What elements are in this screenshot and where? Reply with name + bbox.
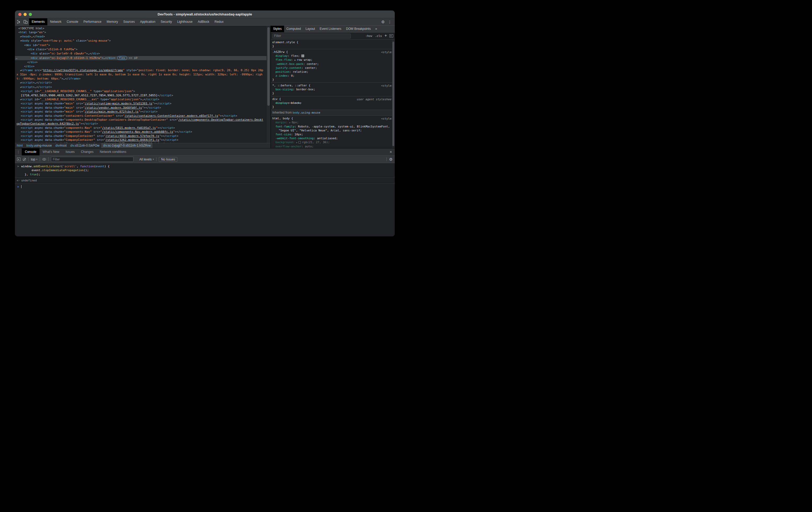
close-drawer-button[interactable]: × bbox=[387, 149, 395, 156]
style-rule[interactable]: .hSZRrw {<style>display: flex;flex-flow:… bbox=[271, 49, 395, 83]
styles-tab-computed[interactable]: Computed bbox=[284, 26, 303, 32]
dom-tree-row[interactable]: <script async data-chunk="CompanyContain… bbox=[15, 134, 270, 138]
live-expression-eye-icon[interactable] bbox=[42, 158, 46, 160]
flex-editor-badge-icon[interactable] bbox=[301, 54, 304, 57]
dom-tree-row[interactable]: ▶<script>…</script> bbox=[15, 85, 270, 89]
drawer-tab-what-s-new[interactable]: What's New bbox=[39, 149, 62, 156]
tab-lighthouse[interactable]: Lighthouse bbox=[174, 18, 195, 25]
resource-link[interactable]: /static/4833.modern.57dfee70.js bbox=[106, 134, 159, 138]
resource-link[interactable]: /static/367.modern.0f390f99.js bbox=[106, 142, 158, 143]
styles-filter-input[interactable] bbox=[272, 33, 351, 38]
drawer-tab-console[interactable]: Console bbox=[22, 149, 39, 156]
dom-tree-row[interactable]: ▶<script>…</script> bbox=[15, 81, 270, 85]
breadcrumb-item[interactable]: body.using-mouse bbox=[25, 143, 54, 148]
expand-arrow-icon[interactable]: ▼ bbox=[25, 48, 27, 52]
styles-tab-event-listeners[interactable]: Event Listeners bbox=[317, 26, 344, 32]
dom-tree-row[interactable]: <script async data-chunk="main" src="/st… bbox=[15, 110, 270, 114]
log-levels-dropdown[interactable]: All levels▾ bbox=[139, 158, 154, 161]
inherited-node-link[interactable]: body bbox=[292, 111, 299, 114]
expand-arrow-icon[interactable]: ▶ bbox=[28, 56, 31, 60]
style-rule[interactable]: html, body {<style>margin: ▶0px;font-fam… bbox=[271, 116, 395, 148]
style-property[interactable]: box-sizing: border-box; bbox=[272, 87, 390, 91]
dom-tree-row[interactable]: ▼<div id="root"> bbox=[15, 43, 270, 47]
style-property[interactable]: display: block; bbox=[272, 101, 390, 105]
tab-overflow-icon[interactable]: » bbox=[373, 26, 379, 32]
tab-redux[interactable]: Redux bbox=[212, 18, 226, 25]
resource-link[interactable]: /static/containers-ContentContainer.mode… bbox=[124, 114, 218, 117]
drawer-tab-network-conditions[interactable]: Network conditions bbox=[96, 149, 129, 156]
breadcrumb-item[interactable]: div.sc-1vjugl7-0.s511nh-1.hSZRrw bbox=[101, 143, 152, 148]
expand-arrow-icon[interactable]: ▼ bbox=[18, 39, 21, 43]
class-toggle[interactable]: .cls bbox=[375, 34, 382, 38]
new-style-rule-button[interactable]: + bbox=[384, 33, 387, 38]
tab-adblock[interactable]: AdBlock bbox=[195, 18, 212, 25]
dom-tree-row[interactable]: <script id="__LOADABLE_REQUIRED_CHUNKS__… bbox=[15, 89, 270, 93]
style-rule[interactable]: div {user agent stylesheetdisplay: block… bbox=[271, 96, 395, 110]
styles-tab-styles[interactable]: Styles bbox=[271, 26, 284, 32]
resource-link[interactable]: /static/5815.modern.fb8195a7.js bbox=[102, 126, 156, 130]
resource-link[interactable]: /static/vendor.modern.3b68fb0f.js bbox=[85, 106, 142, 109]
rule-origin[interactable]: <style> bbox=[381, 117, 393, 121]
style-property[interactable]: background: ▶rgb(21, 27, 36); bbox=[272, 140, 390, 144]
dom-tree-row[interactable]: <script async data-chunk="CompanyContain… bbox=[15, 142, 270, 143]
dom-tree-row[interactable]: <html lang="en"> bbox=[15, 30, 270, 34]
style-property[interactable]: -webkit-box-pack: center; bbox=[272, 62, 390, 66]
style-property[interactable]: font-family: Roboto, -apple-system, syst… bbox=[272, 125, 390, 132]
tab-memory[interactable]: Memory bbox=[104, 18, 121, 25]
tab-network[interactable]: Network bbox=[47, 18, 64, 25]
style-property[interactable]: flex-flow: ▶row wrap; bbox=[272, 58, 390, 62]
expand-value-arrow-icon[interactable]: ▶ bbox=[295, 58, 297, 62]
console-prompt[interactable]: > bbox=[15, 184, 395, 189]
zoom-button[interactable] bbox=[29, 13, 32, 16]
breadcrumb-item[interactable]: div.s511nh-0.fzkPOw bbox=[68, 143, 102, 148]
pseudo-state-toggle[interactable]: :hov bbox=[366, 34, 373, 38]
expand-arrow-icon[interactable]: ▶ bbox=[18, 81, 21, 85]
resource-link[interactable]: /static/3262.modern.8444c3f1.js bbox=[106, 138, 159, 142]
inspect-element-icon[interactable] bbox=[17, 20, 21, 24]
rule-origin[interactable]: <style> bbox=[381, 84, 393, 88]
expand-arrow-icon[interactable]: ▶ bbox=[18, 98, 21, 102]
more-options-kebab-icon[interactable]: ⋮ bbox=[388, 20, 392, 24]
expand-arrow-icon[interactable]: ▶ bbox=[18, 85, 21, 89]
clear-console-icon[interactable] bbox=[23, 158, 26, 161]
expand-arrow-icon[interactable]: ▶ bbox=[18, 69, 21, 73]
dom-tree-row[interactable]: <script async data-chunk="CompanyContain… bbox=[15, 138, 270, 142]
expand-arrow-icon[interactable]: ▶ bbox=[18, 35, 21, 39]
style-property[interactable]: z-index: 0; bbox=[272, 74, 390, 78]
styles-tab-dom-breakpoints[interactable]: DOM Breakpoints bbox=[344, 26, 373, 32]
settings-gear-icon[interactable]: ⚙ bbox=[381, 20, 385, 24]
no-issues-badge[interactable]: No Issues bbox=[159, 157, 177, 162]
tab-elements[interactable]: Elements bbox=[29, 18, 47, 25]
dom-tree-row[interactable]: </div> bbox=[15, 60, 270, 64]
style-property[interactable]: display: flex; bbox=[272, 54, 390, 58]
dom-tree-row[interactable]: <script async data-chunk="components-Nav… bbox=[15, 126, 270, 130]
breadcrumb-item[interactable]: html bbox=[15, 143, 25, 148]
console-settings-gear-icon[interactable]: ⚙ bbox=[389, 157, 393, 161]
drawer-tab-changes[interactable]: Changes bbox=[78, 149, 96, 156]
dom-tree-row[interactable]: ▶<script id="__LOADABLE_REQUIRED_CHUNKS_… bbox=[15, 98, 270, 102]
toggle-sidebar-icon[interactable] bbox=[389, 34, 393, 37]
tab-console[interactable]: Console bbox=[64, 18, 81, 25]
style-property[interactable]: margin: ▶0px; bbox=[272, 120, 390, 125]
dom-tree-row-selected[interactable]: …▶<div class="sc-1vjugl7-0 s511nh-1 hSZR… bbox=[15, 56, 270, 60]
style-rule[interactable]: *, ::before, ::after {<style>box-sizing:… bbox=[271, 83, 395, 96]
dom-tree-row[interactable]: <script async data-chunk="main" src="/st… bbox=[15, 102, 270, 106]
styles-scrollbar[interactable] bbox=[392, 39, 395, 148]
dom-tree-row[interactable]: <script async data-chunk="components-Des… bbox=[15, 118, 270, 126]
dom-tree-row[interactable]: <script async data-chunk="main" src="/st… bbox=[15, 106, 270, 110]
style-property[interactable]: font-size: 10px; bbox=[272, 132, 390, 136]
resource-link[interactable]: https://swttkpx937lg.statuspage.io/embed… bbox=[43, 69, 123, 72]
tab-performance[interactable]: Performance bbox=[81, 18, 104, 25]
dom-tree-row[interactable]: ▶<head>…</head> bbox=[15, 34, 270, 39]
dom-tree-row[interactable]: </div> bbox=[15, 64, 270, 68]
dom-tree-row[interactable]: <!DOCTYPE html> bbox=[15, 26, 270, 30]
elements-scrollbar-thumb[interactable] bbox=[267, 27, 270, 106]
inherited-node-link-class[interactable]: .using-mouse bbox=[299, 111, 320, 114]
expand-value-arrow-icon[interactable]: ▶ bbox=[289, 121, 292, 125]
style-rule[interactable]: element.style {} bbox=[271, 39, 395, 49]
styles-tab-layout[interactable]: Layout bbox=[303, 26, 317, 32]
window-titlebar[interactable]: DevTools - simplywall.st/stocks/us/tech/… bbox=[15, 10, 395, 18]
elements-scrollbar[interactable] bbox=[267, 26, 270, 143]
drawer-tab-issues[interactable]: Issues bbox=[62, 149, 78, 156]
dom-tree-row[interactable]: <script async data-chunk="components-Nav… bbox=[15, 130, 270, 134]
